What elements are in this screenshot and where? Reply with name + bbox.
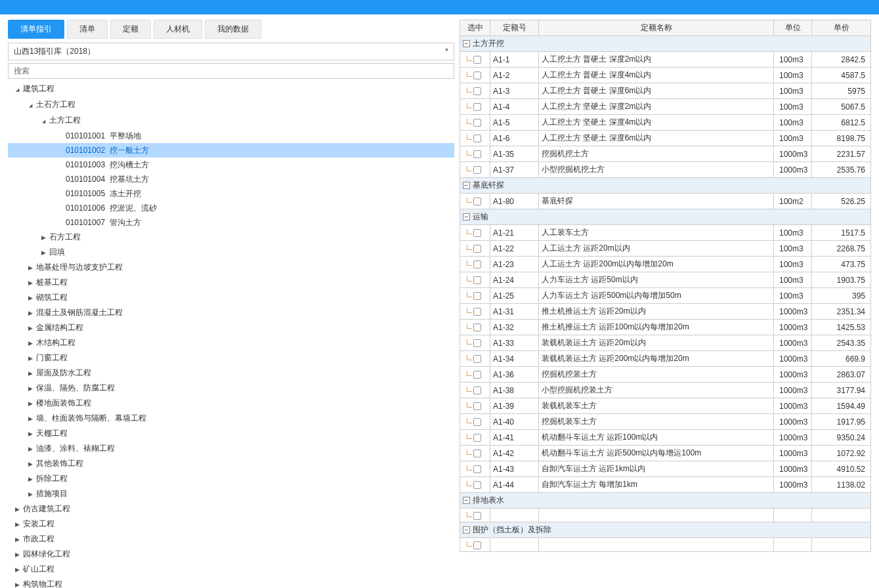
tree-node[interactable]: 010101007 管沟土方 [8,215,454,230]
tree-node[interactable]: 其他装饰工程 [8,456,454,471]
row-checkbox[interactable] [473,402,481,410]
tree-node[interactable]: 土石方工程 [8,97,454,113]
caret-icon[interactable] [13,549,21,560]
caret-icon[interactable] [26,352,34,364]
caret-icon[interactable] [26,488,34,500]
caret-icon[interactable] [26,337,34,349]
table-row[interactable]: A1-5人工挖土方 坚硬土 深度4m以内100m36812.5 [460,115,871,131]
row-checkbox[interactable] [473,198,481,205]
tree-node[interactable]: 措施项目 [8,486,454,501]
table-row[interactable]: A1-31推土机推运土方 运距20m以内1000m32351.34 [460,304,871,320]
tree-node[interactable]: 楼地面装饰工程 [8,396,454,411]
table-row[interactable]: A1-23人工运土方 运距200m以内每增加20m100m3473.75 [460,257,871,272]
tree-node[interactable]: 混凝土及钢筋混凝土工程 [8,305,454,320]
tab-4[interactable]: 我的数据 [205,20,261,39]
search-input[interactable] [14,66,448,75]
library-dropdown[interactable]: 山西13指引库（2018） [8,43,454,60]
tree-node[interactable]: 墙、柱面装饰与隔断、幕墙工程 [8,411,454,426]
caret-icon[interactable] [26,428,34,440]
row-checkbox[interactable] [473,324,481,331]
table-row[interactable]: A1-22人工运土方 运距20m以内100m32268.75 [460,241,871,257]
tab-1[interactable]: 清单 [67,20,108,39]
caret-icon[interactable] [26,368,34,379]
table-row[interactable]: A1-25人力车运土方 运距500m以内每增加50m100m3395 [460,288,871,304]
table-row[interactable]: A1-4人工挖土方 坚硬土 深度2m以内100m35067.5 [460,99,871,115]
row-checkbox[interactable] [473,72,481,79]
group-row[interactable]: −排地表水 [460,493,871,509]
tree-node[interactable]: 市政工程 [8,532,454,547]
row-checkbox[interactable] [473,434,481,442]
tree-node[interactable]: 矿山工程 [8,562,454,577]
table-row[interactable]: A1-41机动翻斗车运土方 运距100m以内1000m39350.24 [460,430,871,446]
table-row[interactable]: A1-42机动翻斗车运土方 运距500m以内每增运100m1000m31072.… [460,446,871,461]
caret-icon[interactable] [13,564,21,576]
caret-icon[interactable] [39,115,47,127]
table-row[interactable]: A1-39装载机装车土方1000m31594.49 [460,398,871,414]
row-checkbox[interactable] [473,541,481,549]
caret-icon[interactable] [26,277,34,289]
group-row[interactable]: −围护（挡土板）及拆除 [460,522,871,538]
tree-node[interactable]: 地基处理与边坡支护工程 [8,260,454,275]
table-row[interactable] [460,538,871,552]
tree-node[interactable]: 构筑物工程 [8,577,454,588]
tree-node[interactable]: 土方工程 [8,113,454,129]
tree-node[interactable]: 桩基工程 [8,275,454,290]
caret-icon[interactable] [26,307,34,319]
caret-icon[interactable] [26,292,34,304]
row-checkbox[interactable] [473,450,481,457]
tree-node[interactable]: 010101003 挖沟槽土方 [8,158,454,172]
tree-node[interactable]: 010101002 挖一般土方 [8,143,454,158]
tree-node[interactable]: 砌筑工程 [8,290,454,305]
row-checkbox[interactable] [473,245,481,253]
table-row[interactable]: A1-35挖掘机挖土方1000m32231.57 [460,146,871,162]
caret-icon[interactable] [13,534,21,545]
tree-node[interactable]: 010101006 挖淤泥、流砂 [8,201,454,215]
tree-node[interactable]: 木结构工程 [8,335,454,350]
row-checkbox[interactable] [473,56,481,64]
table-row[interactable]: A1-1人工挖土方 普硬土 深度2m以内100m32842.5 [460,52,871,68]
table-row[interactable]: A1-34装载机装运土方 运距200m以内每增加20m1000m3669.9 [460,351,871,367]
collapse-icon[interactable]: − [463,526,470,534]
search-box[interactable] [8,63,454,79]
group-row[interactable]: −运输 [460,209,871,225]
caret-icon[interactable] [26,322,34,334]
caret-icon[interactable] [39,247,47,259]
row-checkbox[interactable] [473,371,481,379]
row-checkbox[interactable] [473,308,481,316]
table-row[interactable]: A1-44自卸汽车运土方 每增加1km1000m31138.02 [460,477,871,493]
caret-icon[interactable] [26,473,34,485]
tree-node[interactable]: 回填 [8,245,454,260]
row-checkbox[interactable] [473,355,481,363]
table-row[interactable]: A1-37小型挖掘机挖土方1000m32535.76 [460,162,871,178]
caret-icon[interactable] [13,83,21,96]
caret-icon[interactable] [13,518,21,530]
caret-icon[interactable] [26,443,34,455]
row-checkbox[interactable] [473,166,481,174]
caret-icon[interactable] [26,99,34,112]
table-row[interactable]: A1-6人工挖土方 坚硬土 深度6m以内100m38198.75 [460,131,871,146]
tree-node[interactable]: 010101001 平整场地 [8,129,454,143]
row-checkbox[interactable] [473,387,481,394]
row-checkbox[interactable] [473,103,481,111]
row-checkbox[interactable] [473,276,481,284]
collapse-icon[interactable]: − [463,40,470,47]
caret-icon[interactable] [26,398,34,410]
caret-icon[interactable] [26,413,34,425]
row-checkbox[interactable] [473,135,481,142]
tab-3[interactable]: 人材机 [154,20,202,39]
row-checkbox[interactable] [473,292,481,300]
tab-2[interactable]: 定额 [110,20,151,39]
tree-node[interactable]: 油漆、涂料、裱糊工程 [8,441,454,456]
group-row[interactable]: −基底钎探 [460,178,871,194]
tree-node[interactable]: 园林绿化工程 [8,547,454,562]
tree-node[interactable]: 门窗工程 [8,350,454,366]
table-row[interactable] [460,509,871,522]
tree-node[interactable]: 保温、隔热、防腐工程 [8,381,454,396]
row-checkbox[interactable] [473,119,481,127]
tree-node[interactable]: 建筑工程 [8,81,454,97]
tree-node[interactable]: 金属结构工程 [8,320,454,335]
row-checkbox[interactable] [473,481,481,489]
tree-node[interactable]: 010101005 冻土开挖 [8,186,454,201]
collapse-icon[interactable]: − [463,182,470,189]
table-row[interactable]: A1-43自卸汽车运土方 运距1km以内1000m34910.52 [460,461,871,477]
